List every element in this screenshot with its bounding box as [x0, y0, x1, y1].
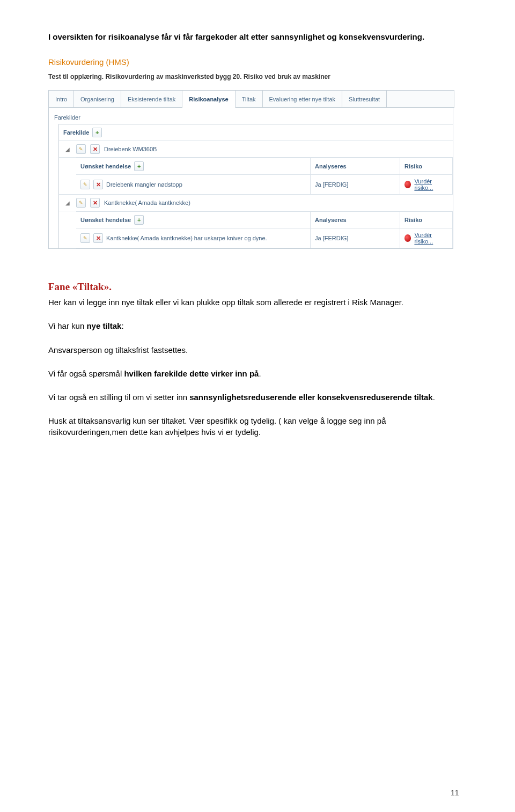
delete-icon[interactable]: ✕: [93, 233, 103, 243]
farekilde-row: ◢ ✎ ✕ Kantknekke( Amada kantknekke): [59, 194, 453, 211]
section-heading: Fane «Tiltak».: [48, 281, 467, 293]
tab-organisering[interactable]: Organisering: [74, 91, 121, 108]
event-row: ✎ ✕ Kantknekke( Amada kantknekke) har us…: [76, 228, 311, 248]
risk-header: Risiko: [400, 158, 453, 175]
page-title: Risikovurdering (HMS): [48, 57, 453, 67]
tab-sluttresultat[interactable]: Sluttresultat: [342, 91, 387, 108]
farekilde-row: ◢ ✎ ✕ Dreiebenk WM360B: [59, 141, 453, 158]
paragraph: Vi har kun nye tiltak:: [48, 321, 467, 331]
analyse-header: Analyseres: [311, 158, 400, 175]
tab-bar: Intro Organisering Eksisterende tiltak R…: [48, 90, 454, 108]
assess-risk-link[interactable]: Vurdér risiko...: [414, 178, 448, 191]
event-header: Uønsket hendelse +: [76, 158, 311, 175]
analyse-value: Ja [FERDIG]: [311, 228, 400, 248]
delete-icon[interactable]: ✕: [93, 180, 103, 189]
app-screenshot: Risikovurdering (HMS) Test til opplæring…: [48, 57, 453, 249]
farekilde-name: Dreiebenk WM360B: [104, 146, 157, 152]
event-text: Dreiebenk mangler nødstopp: [106, 181, 182, 188]
delete-icon[interactable]: ✕: [90, 198, 100, 208]
paragraph: Vi får også spørsmål hvilken farekilde d…: [48, 368, 467, 379]
risk-header: Risiko: [400, 212, 453, 228]
tab-evaluering[interactable]: Evaluering etter nye tiltak: [263, 91, 343, 108]
expand-icon[interactable]: ◢: [63, 146, 72, 152]
intro-sentence: I oversikten for risikoanalyse får vi få…: [48, 32, 467, 41]
edit-icon[interactable]: ✎: [76, 198, 86, 208]
edit-icon[interactable]: ✎: [80, 180, 90, 189]
delete-icon[interactable]: ✕: [90, 144, 100, 154]
tab-tiltak[interactable]: Tiltak: [236, 91, 263, 108]
risk-indicator-icon: [404, 181, 411, 188]
assess-risk-link[interactable]: Vurdér risiko...: [414, 232, 448, 245]
panel-title: Farekilder: [49, 113, 453, 124]
event-row: ✎ ✕ Dreiebenk mangler nødstopp: [76, 175, 311, 194]
edit-icon[interactable]: ✎: [80, 233, 90, 243]
paragraph: Ansvarsperson og tiltaksfrist fastsettes…: [48, 345, 467, 356]
risk-indicator-icon: [404, 234, 411, 242]
expand-icon[interactable]: ◢: [63, 200, 72, 206]
tab-eksisterende-tiltak[interactable]: Eksisterende tiltak: [121, 91, 182, 108]
analyse-value: Ja [FERDIG]: [311, 175, 400, 194]
farekilde-name: Kantknekke( Amada kantknekke): [104, 200, 190, 206]
analyse-header: Analyseres: [311, 212, 400, 228]
paragraph: Husk at tiltaksansvarlig kun ser tiltake…: [48, 416, 467, 438]
event-header: Uønsket hendelse +: [76, 212, 311, 228]
add-farekilde-button[interactable]: +: [92, 128, 102, 137]
farekilder-panel: Farekilder Farekilde + ◢ ✎ ✕ Dreiebenk W…: [48, 108, 453, 249]
farekilde-label: Farekilde: [63, 129, 89, 136]
farekilde-header: Farekilde +: [59, 124, 453, 141]
tab-risikoanalyse[interactable]: Risikoanalyse: [182, 91, 235, 108]
event-text: Kantknekke( Amada kantknekke) har uskarp…: [106, 235, 267, 241]
tab-intro[interactable]: Intro: [49, 91, 74, 108]
paragraph: Her kan vi legge inn nye tiltak eller vi…: [48, 297, 467, 308]
add-event-button[interactable]: +: [134, 161, 144, 171]
page-subtitle: Test til opplæring. Risikovurdering av m…: [48, 73, 453, 80]
paragraph: Vi tar også en stilling til om vi setter…: [48, 392, 467, 403]
edit-icon[interactable]: ✎: [76, 144, 86, 154]
add-event-button[interactable]: +: [134, 215, 144, 225]
